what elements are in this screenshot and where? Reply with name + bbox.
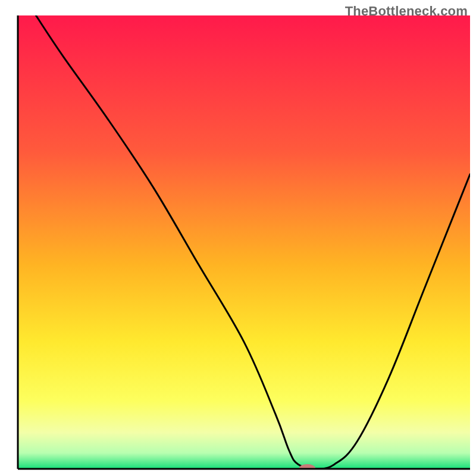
gradient-background — [18, 15, 470, 469]
chart-container: TheBottleneck.com — [0, 0, 476, 476]
bottleneck-chart — [0, 0, 476, 476]
watermark-text: TheBottleneck.com — [345, 4, 468, 19]
